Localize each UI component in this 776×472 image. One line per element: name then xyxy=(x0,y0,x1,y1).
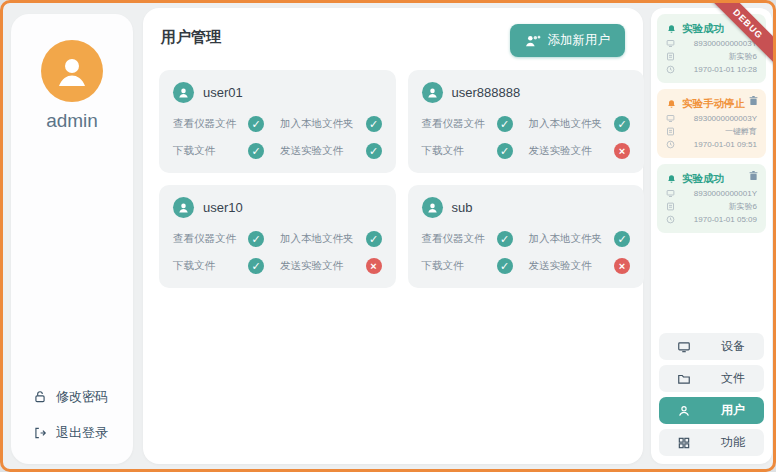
user-avatar-icon xyxy=(173,197,194,218)
user-card: user888888 查看仪器文件 ✓ 加入本地文件夹 ✓ 下载文件 ✓ 发送实… xyxy=(408,70,645,173)
person-icon xyxy=(52,51,92,91)
permission-label: 查看仪器文件 xyxy=(422,117,485,131)
user-avatar-icon xyxy=(422,82,443,103)
permission-status-icon: ✓ xyxy=(614,231,630,247)
permission-status-icon: ✓ xyxy=(366,231,382,247)
notification-card: 实验手动停止 8930000000003Y 一键孵育 1970-01-01 09… xyxy=(657,89,766,158)
notification-experiment: 新实验6 xyxy=(729,51,757,62)
bell-icon xyxy=(666,24,677,35)
add-user-icon xyxy=(525,34,541,48)
lock-icon xyxy=(33,390,47,404)
clock-icon xyxy=(666,215,675,224)
notification-time: 1970-01-01 05:09 xyxy=(694,215,757,224)
logout-label: 退出登录 xyxy=(56,424,108,442)
permission-status-icon: ✓ xyxy=(614,116,630,132)
nav-item-user[interactable]: 用户 xyxy=(659,397,764,424)
nav-item-device[interactable]: 设备 xyxy=(659,333,764,360)
permission-status-icon: ✓ xyxy=(366,143,382,159)
permission-status-icon: ✓ xyxy=(497,231,513,247)
notification-experiment: 新实验6 xyxy=(729,201,757,212)
permission-label: 下载文件 xyxy=(173,259,236,273)
permission-status-icon: ✓ xyxy=(497,143,513,159)
monitor-icon xyxy=(677,340,691,354)
nav-item-file[interactable]: 文件 xyxy=(659,365,764,392)
main-panel: 用户管理 添加新用户 user01 xyxy=(143,8,643,464)
experiment-icon xyxy=(666,52,675,61)
page-title: 用户管理 xyxy=(161,28,221,47)
main-header: 用户管理 添加新用户 xyxy=(159,24,627,57)
logout-icon xyxy=(33,426,47,440)
permission-label: 查看仪器文件 xyxy=(173,232,236,246)
permission-label: 加入本地文件夹 xyxy=(276,117,354,131)
clock-icon xyxy=(666,65,675,74)
bell-icon xyxy=(666,174,677,185)
permission-status-icon: ✓ xyxy=(366,116,382,132)
permission-label: 下载文件 xyxy=(422,259,485,273)
nav-label: 设备 xyxy=(721,338,745,355)
trash-icon[interactable] xyxy=(749,171,758,181)
notification-status: 实验成功 xyxy=(682,172,724,186)
notification-status: 实验手动停止 xyxy=(682,97,745,111)
notification-device: 8930000000003Y xyxy=(694,39,757,48)
permission-label: 查看仪器文件 xyxy=(422,232,485,246)
change-password-link[interactable]: 修改密码 xyxy=(33,388,108,406)
permission-status-icon: ✓ xyxy=(248,258,264,274)
permission-label: 加入本地文件夹 xyxy=(525,117,603,131)
device-icon xyxy=(666,114,675,123)
permission-label: 发送实验文件 xyxy=(525,144,603,158)
user-icon xyxy=(677,404,691,418)
notification-experiment: 一键孵育 xyxy=(725,126,757,137)
add-user-label: 添加新用户 xyxy=(548,32,611,49)
experiment-icon xyxy=(666,202,675,211)
nav-item-function[interactable]: 功能 xyxy=(659,429,764,456)
username: admin xyxy=(11,110,133,132)
user-name: sub xyxy=(452,200,473,215)
device-icon xyxy=(666,39,675,48)
user-name: user01 xyxy=(203,85,243,100)
notification-status: 实验成功 xyxy=(682,22,724,36)
permission-status-icon: × xyxy=(366,258,382,274)
notification-time: 1970-01-01 10:28 xyxy=(694,65,757,74)
nav-label: 功能 xyxy=(721,434,745,451)
permission-label: 查看仪器文件 xyxy=(173,117,236,131)
permission-label: 发送实验文件 xyxy=(276,144,354,158)
nav-label: 用户 xyxy=(721,402,745,419)
clock-icon xyxy=(666,140,675,149)
user-card: sub 查看仪器文件 ✓ 加入本地文件夹 ✓ 下载文件 ✓ 发送实验文件 × xyxy=(408,185,645,288)
user-avatar-icon xyxy=(173,82,194,103)
user-avatar-icon xyxy=(422,197,443,218)
permission-label: 下载文件 xyxy=(422,144,485,158)
device-icon xyxy=(666,189,675,198)
permission-label: 发送实验文件 xyxy=(276,259,354,273)
user-card: user10 查看仪器文件 ✓ 加入本地文件夹 ✓ 下载文件 ✓ 发送实验文件 … xyxy=(159,185,396,288)
bell-icon xyxy=(666,99,677,110)
sidebar: admin 修改密码 退出登录 xyxy=(11,14,133,464)
experiment-icon xyxy=(666,127,675,136)
permission-label: 发送实验文件 xyxy=(525,259,603,273)
user-card: user01 查看仪器文件 ✓ 加入本地文件夹 ✓ 下载文件 ✓ 发送实验文件 … xyxy=(159,70,396,173)
permission-status-icon: ✓ xyxy=(248,116,264,132)
app-window: admin 修改密码 退出登录 用户管理 xyxy=(0,0,776,472)
notification-device: 8930000000001Y xyxy=(694,189,757,198)
permission-label: 加入本地文件夹 xyxy=(525,232,603,246)
permission-label: 下载文件 xyxy=(173,144,236,158)
apps-icon xyxy=(677,436,691,450)
logout-link[interactable]: 退出登录 xyxy=(33,424,108,442)
sidebar-actions: 修改密码 退出登录 xyxy=(33,388,108,442)
permission-status-icon: ✓ xyxy=(248,143,264,159)
folder-icon xyxy=(677,372,691,386)
permission-label: 加入本地文件夹 xyxy=(276,232,354,246)
nav-label: 文件 xyxy=(721,370,745,387)
add-user-button[interactable]: 添加新用户 xyxy=(510,24,626,57)
permission-status-icon: ✓ xyxy=(248,231,264,247)
user-name: user10 xyxy=(203,200,243,215)
nav-menu: 设备 文件 用户 功能 xyxy=(659,333,764,456)
user-name: user888888 xyxy=(452,85,521,100)
notification-time: 1970-01-01 09:51 xyxy=(694,140,757,149)
notifications-panel: 实验成功 8930000000003Y 新实验6 1970-01-01 10:2… xyxy=(651,8,772,464)
permission-status-icon: ✓ xyxy=(497,258,513,274)
notification-device: 8930000000003Y xyxy=(694,114,757,123)
admin-avatar xyxy=(41,40,103,102)
trash-icon[interactable] xyxy=(749,96,758,106)
notification-card: 实验成功 8930000000001Y 新实验6 1970-01-01 05:0… xyxy=(657,164,766,233)
